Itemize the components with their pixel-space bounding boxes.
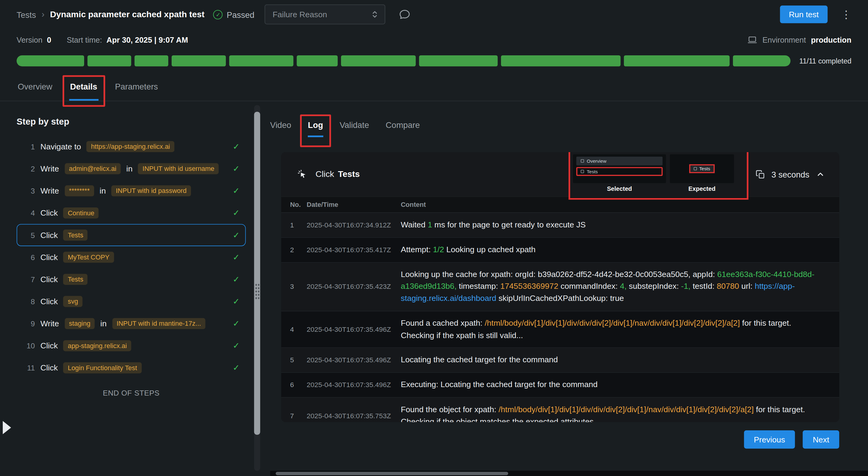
tab-overview[interactable]: Overview bbox=[17, 77, 54, 101]
expand-panel-arrow[interactable] bbox=[3, 421, 11, 434]
step-action: in bbox=[100, 186, 106, 195]
page-title: Dynamic parameter cached xpath test bbox=[50, 9, 205, 19]
step-row-8[interactable]: 8Clicksvg✓ bbox=[17, 290, 246, 312]
step-row-4[interactable]: 4ClickContinue✓ bbox=[17, 202, 246, 224]
log-row-content: Locating the cached target for the comma… bbox=[401, 348, 839, 372]
tab-validate[interactable]: Validate bbox=[340, 118, 369, 137]
start-time-label: Start time: bbox=[67, 35, 102, 44]
status-badge: ✓ Passed bbox=[213, 10, 254, 19]
step-row-2[interactable]: 2Writeadmin@relicx.aiinINPUT with id use… bbox=[17, 158, 246, 180]
tab-details[interactable]: Details bbox=[69, 77, 98, 101]
previous-button[interactable]: Previous bbox=[744, 430, 795, 448]
steps-scrollbar-thumb[interactable] bbox=[254, 111, 260, 435]
step-target-chip: Tests bbox=[63, 274, 88, 285]
tab-parameters[interactable]: Parameters bbox=[114, 77, 159, 101]
log-text: substepIndex: bbox=[629, 281, 681, 290]
step-row-6[interactable]: 6ClickMyTest COPY✓ bbox=[17, 246, 246, 268]
screenshot-annotation-box: OverviewTests Selected Tests Expected bbox=[568, 152, 748, 200]
log-row-number: 4 bbox=[281, 326, 307, 333]
breadcrumb-tests[interactable]: Tests bbox=[17, 10, 36, 19]
check-icon: ✓ bbox=[233, 141, 240, 151]
run-test-button[interactable]: Run test bbox=[780, 5, 828, 23]
log-row-number: 5 bbox=[281, 356, 307, 364]
log-text: 4, bbox=[620, 281, 629, 290]
copy-button[interactable] bbox=[755, 170, 765, 179]
expected-screenshot-thumb[interactable]: Tests Expected bbox=[670, 154, 734, 196]
next-button[interactable]: Next bbox=[803, 430, 839, 448]
progress-segment-7 bbox=[341, 55, 416, 67]
log-row-time: 2025-04-30T16:07:35.496Z bbox=[307, 356, 401, 364]
failure-reason-select[interactable]: Failure Reason bbox=[264, 4, 385, 25]
step-number: 2 bbox=[23, 165, 35, 173]
step-row-7[interactable]: 7ClickTests✓ bbox=[17, 268, 246, 290]
log-text: skipUrlInCachedXPathLookup: true bbox=[498, 294, 624, 302]
step-target-chip: MyTest COPY bbox=[63, 251, 114, 263]
step-number: 4 bbox=[23, 209, 35, 217]
step-row-10[interactable]: 10Clickapp-staging.relicx.ai✓ bbox=[17, 335, 246, 357]
col-no: No. bbox=[281, 201, 307, 209]
log-table-header: No. Date/Time Content bbox=[281, 196, 839, 213]
start-time-value: Apr 30, 2025 | 9:07 AM bbox=[106, 35, 188, 44]
step-row-3[interactable]: 3Write********inINPUT with id password✓ bbox=[17, 180, 246, 202]
expected-caption: Expected bbox=[670, 185, 734, 192]
steps-panel: Step by step 1Navigate tohttps://app-sta… bbox=[0, 101, 252, 471]
tab-video[interactable]: Video bbox=[270, 118, 291, 137]
collapse-button[interactable] bbox=[816, 170, 825, 179]
log-row-content: Executing: Locating the cached target fo… bbox=[401, 373, 839, 397]
step-number: 5 bbox=[23, 231, 35, 239]
horizontal-scrollbar-thumb[interactable] bbox=[276, 472, 508, 475]
progress-segment-11 bbox=[733, 55, 790, 67]
cursor-click-icon bbox=[297, 169, 308, 180]
step-row-1[interactable]: 1Navigate tohttps://app-staging.relicx.a… bbox=[17, 135, 246, 158]
log-row-time: 2025-04-30T16:07:35.417Z bbox=[307, 246, 401, 254]
step-action: Write bbox=[40, 164, 59, 173]
annotation-box-log bbox=[300, 114, 331, 147]
comment-button[interactable] bbox=[398, 8, 410, 20]
check-icon: ✓ bbox=[233, 319, 240, 329]
main-tabs: OverviewDetailsParameters bbox=[0, 77, 868, 101]
horizontal-scrollbar[interactable] bbox=[270, 471, 868, 476]
environment-info: Environment production bbox=[748, 35, 851, 44]
step-row-11[interactable]: 11ClickLogin Functionality Test✓ bbox=[17, 357, 246, 379]
step-number: 8 bbox=[23, 297, 35, 305]
step-target-chip: ******** bbox=[64, 185, 94, 197]
log-row-number: 3 bbox=[281, 283, 307, 291]
selected-caption: Selected bbox=[573, 185, 666, 192]
steps-list: 1Navigate tohttps://app-staging.relicx.a… bbox=[17, 135, 246, 379]
chat-bubble-icon bbox=[398, 8, 410, 20]
step-row-9[interactable]: 9WritestaginginINPUT with id mantine-17z… bbox=[17, 312, 246, 335]
progress-track bbox=[17, 55, 790, 67]
col-datetime: Date/Time bbox=[307, 201, 401, 209]
step-number: 6 bbox=[23, 253, 35, 261]
tab-compare[interactable]: Compare bbox=[385, 118, 420, 137]
check-icon: ✓ bbox=[233, 186, 240, 196]
log-text: -1, bbox=[681, 281, 692, 290]
panel-resize-grip-icon[interactable] bbox=[254, 283, 259, 300]
log-row-number: 1 bbox=[281, 221, 307, 229]
step-target-chip: Login Functionality Test bbox=[63, 362, 141, 373]
version-label: Version bbox=[17, 35, 42, 44]
step-action: Write bbox=[40, 186, 59, 195]
log-row-time: 2025-04-30T16:07:35.753Z bbox=[307, 412, 401, 420]
progress-segment-1 bbox=[17, 55, 85, 67]
selected-screenshot-thumb[interactable]: OverviewTests Selected bbox=[573, 154, 666, 196]
expected-target-highlight: Tests bbox=[689, 164, 715, 173]
step-number: 1 bbox=[23, 142, 35, 150]
progress-segment-8 bbox=[419, 55, 497, 67]
log-row-content: Found the object for xpath: /html/body/d… bbox=[401, 398, 839, 422]
log-row-time: 2025-04-30T16:07:35.423Z bbox=[307, 283, 401, 291]
step-row-5[interactable]: 5ClickTests✓ bbox=[17, 224, 246, 246]
chevron-up-icon bbox=[816, 170, 825, 179]
step-target-chip: svg bbox=[63, 296, 82, 307]
thumb-nav-row: Tests bbox=[576, 167, 662, 176]
log-row-number: 2 bbox=[281, 246, 307, 254]
thumb-nav-label: Tests bbox=[587, 169, 598, 174]
steps-scrollbar[interactable] bbox=[254, 105, 260, 471]
end-of-steps-label: END OF STEPS bbox=[17, 389, 246, 397]
kebab-menu-icon[interactable]: ⋮ bbox=[839, 8, 854, 21]
tab-log[interactable]: Log bbox=[308, 118, 323, 137]
duration-group: 3 seconds bbox=[755, 152, 825, 196]
step-target-chip: admin@relicx.ai bbox=[64, 163, 121, 174]
step-action: Navigate to bbox=[40, 142, 81, 151]
log-row-time: 2025-04-30T16:07:34.912Z bbox=[307, 221, 401, 229]
